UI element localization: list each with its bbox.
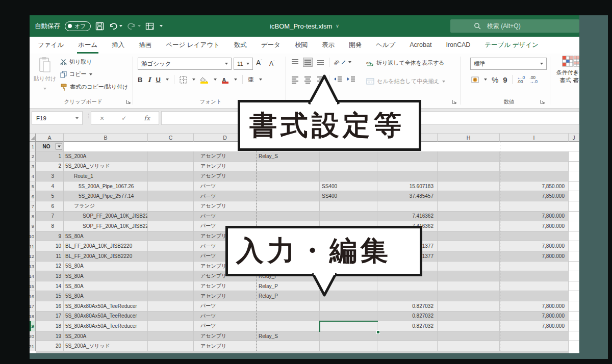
cell-type[interactable]: パーツ <box>194 212 257 222</box>
grow-font-button[interactable]: Aˆ <box>256 59 262 67</box>
cell-type[interactable]: パーツ <box>194 311 257 322</box>
cell-spec[interactable] <box>438 331 500 342</box>
cell-relay[interactable] <box>257 212 320 222</box>
cell-no[interactable]: 3 <box>36 171 64 181</box>
cell-type[interactable]: パーツ <box>194 321 257 331</box>
cell-spec[interactable] <box>438 221 500 231</box>
cell-name[interactable]: フランジ <box>64 201 148 212</box>
cell-name[interactable]: BL_FF_200A_10K_JISB2220 <box>64 241 148 251</box>
cell-empty[interactable] <box>569 171 579 181</box>
align-top-icon[interactable] <box>291 58 299 66</box>
number-format-combo[interactable]: 標準 <box>470 58 547 70</box>
col-header-J[interactable]: J <box>569 134 579 142</box>
cell-empty[interactable] <box>569 271 579 281</box>
name-box-caret-icon[interactable] <box>75 117 79 119</box>
cell-empty[interactable] <box>569 221 579 231</box>
cell-empty[interactable] <box>569 181 579 192</box>
cell-no[interactable]: 2 <box>36 162 64 172</box>
align-left-icon[interactable] <box>291 75 299 84</box>
row-header[interactable]: 13 <box>30 262 36 272</box>
row-header[interactable]: 14 <box>30 271 36 281</box>
cell-type[interactable]: パーツ <box>194 181 257 192</box>
cell-empty[interactable] <box>569 212 579 222</box>
cell-no[interactable]: 11 <box>36 251 64 262</box>
cell-empty[interactable] <box>569 241 579 251</box>
cell-spec[interactable] <box>438 271 500 281</box>
cell-spec[interactable] <box>438 231 500 242</box>
cell-name[interactable]: 5S_80A <box>64 271 148 281</box>
cell-name[interactable]: 5S_80A <box>64 231 148 242</box>
save-icon[interactable] <box>95 22 104 31</box>
cell-empty[interactable] <box>569 251 579 262</box>
cell-spec[interactable] <box>438 241 500 251</box>
row-header[interactable]: 6 <box>30 191 36 201</box>
cell-mass[interactable] <box>377 331 438 342</box>
cell-partno[interactable] <box>148 191 194 201</box>
cell-no[interactable]: 12 <box>36 262 64 272</box>
tab-描画[interactable]: 描画 <box>132 37 159 54</box>
cell-spec[interactable] <box>438 262 500 272</box>
cell-empty[interactable] <box>569 281 579 292</box>
cell-no[interactable]: 7 <box>36 212 64 222</box>
cell-mass[interactable] <box>377 341 438 351</box>
tab-IronCAD[interactable]: IronCAD <box>439 37 477 53</box>
cell-partno[interactable] <box>148 221 194 231</box>
tab-テーブル デザイン[interactable]: テーブル デザイン <box>477 37 546 54</box>
cell-name[interactable]: 5S_80Ax80Ax50A_TeeReducer <box>64 321 148 331</box>
cell-no[interactable]: 15 <box>36 291 64 301</box>
cell-empty[interactable] <box>569 191 579 201</box>
cell-spec[interactable] <box>438 281 500 292</box>
cell-empty[interactable] <box>569 311 579 322</box>
cell-mass[interactable]: 7.416362 <box>377 212 438 222</box>
cell-name[interactable]: 5S_200A_Pipe_1067.26 <box>64 181 148 192</box>
cell-partno[interactable] <box>148 311 194 322</box>
cell-material[interactable]: SS400 <box>320 181 377 192</box>
cell-density[interactable] <box>500 151 569 162</box>
cell-spec[interactable] <box>438 321 500 331</box>
cell-density[interactable]: 7,800.000 <box>500 241 569 251</box>
row-header[interactable]: 10 <box>30 231 36 242</box>
cell-density[interactable] <box>500 291 569 301</box>
align-bottom-icon[interactable] <box>316 58 325 66</box>
cell-relay[interactable] <box>257 191 320 201</box>
cell-empty[interactable] <box>569 142 579 151</box>
cell-density[interactable]: 7,800.000 <box>500 321 569 331</box>
merge-center-button[interactable]: セルを結合して中央揃え <box>366 77 445 85</box>
orientation-button[interactable]: ab <box>334 60 351 65</box>
cell-no[interactable]: 20 <box>36 341 64 351</box>
cell-density[interactable] <box>500 162 569 172</box>
cell-name[interactable]: BL_FF_200A_10K_JISB2220 <box>64 251 148 262</box>
cell-partno[interactable] <box>148 291 194 301</box>
cell-partno[interactable] <box>148 162 194 172</box>
cell-no[interactable]: 9 <box>36 231 64 242</box>
cell-density[interactable]: 7,800.000 <box>500 221 569 231</box>
cell-name[interactable]: 5S_80Ax80Ax50A_TeeReducer <box>64 311 148 322</box>
cell-density[interactable] <box>500 262 569 272</box>
cell-density[interactable]: 7,800.000 <box>500 251 569 262</box>
cell-name[interactable]: 5S_80Ax80Ax50A_TeeReducer <box>64 301 148 311</box>
cell-empty[interactable] <box>569 201 579 212</box>
row-header[interactable]: 17 <box>30 301 36 311</box>
tab-ホーム[interactable]: ホーム <box>71 37 105 54</box>
cell-material[interactable] <box>320 331 377 342</box>
wrap-text-button[interactable]: ab 折り返して全体を表示する <box>366 59 445 67</box>
cell-no[interactable]: 5 <box>36 191 64 201</box>
row-header[interactable]: 11 <box>30 241 36 251</box>
cell-name[interactable]: Route_1 <box>64 171 148 181</box>
cell-partno[interactable] <box>148 331 194 342</box>
cell-partno[interactable] <box>148 171 194 181</box>
cell-mass[interactable]: 15.607183 <box>377 181 438 192</box>
cell-material[interactable] <box>320 162 377 172</box>
cell-spec[interactable] <box>438 341 500 351</box>
cell-type[interactable]: パーツ <box>194 191 257 201</box>
cell-spec[interactable] <box>438 162 500 172</box>
cell-density[interactable]: 7,850.000 <box>500 181 569 192</box>
cell-material[interactable]: SS400 <box>320 191 377 201</box>
cell-mass[interactable] <box>377 281 438 292</box>
percent-style-button[interactable]: % <box>492 75 498 84</box>
enter-icon[interactable]: ✓ <box>121 115 126 122</box>
cell-empty[interactable] <box>569 231 579 242</box>
paste-button[interactable]: 貼り付け <box>33 56 57 96</box>
increase-decimal-button[interactable]: ←.0.00 <box>517 75 525 84</box>
cell-spec[interactable] <box>438 251 500 262</box>
